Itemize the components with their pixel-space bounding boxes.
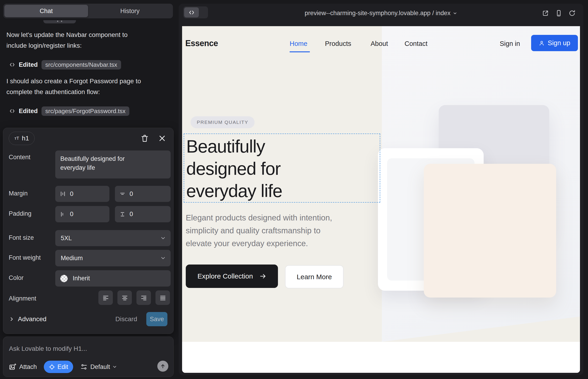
padding-label: Padding [9, 210, 31, 217]
user-icon [539, 40, 545, 46]
explore-collection-button[interactable]: Explore Collection [186, 265, 278, 288]
refresh-icon[interactable] [569, 10, 576, 17]
discard-button[interactable]: Discard [115, 316, 137, 323]
send-button[interactable] [157, 361, 168, 372]
margin-horizontal-icon [60, 191, 66, 197]
color-select[interactable]: Inherit [55, 270, 171, 286]
padding-y-input[interactable]: 0 [115, 206, 171, 222]
margin-x-input[interactable]: 0 [55, 186, 109, 202]
premium-quality-badge: PREMIUM QUALITY [191, 116, 255, 128]
hero-paragraph: Elegant products designed with intention… [186, 211, 332, 250]
site-logo[interactable]: Essence [185, 39, 218, 48]
mobile-view-icon[interactable] [555, 10, 562, 17]
selected-h1-outline[interactable]: Beautifully designed for everyday life [184, 134, 380, 203]
alignment-buttons [98, 290, 170, 305]
color-label: Color [9, 274, 24, 282]
attach-button[interactable]: Attach [19, 363, 37, 371]
content-label: Content [9, 154, 31, 161]
nav-link-home[interactable]: Home [290, 40, 307, 47]
chrome-actions [542, 10, 576, 17]
chat-message: Now let's update the Navbar component to… [6, 29, 153, 51]
sidebar-tabs: Chat History [3, 4, 173, 18]
tab-chat[interactable]: Chat [4, 5, 88, 17]
chat-composer: Ask Lovable to modify H1... Attach Edit … [3, 337, 174, 377]
edited-file-chip[interactable]: src/pages/ForgotPassword.tsx [42, 107, 130, 116]
attach-image-icon[interactable] [9, 363, 16, 371]
hero-heading-line: Beautifully [184, 135, 380, 158]
text-size-icon: тT [15, 136, 19, 141]
signup-button[interactable]: Sign up [531, 35, 578, 51]
edit-mode-button[interactable]: Edit [44, 361, 73, 373]
code-icon [9, 108, 15, 114]
nav-link-contact[interactable]: Contact [404, 40, 428, 47]
hero-heading-line: designed for [184, 158, 380, 180]
chevron-down-icon [112, 364, 117, 369]
preview-pane: preview--charming-site-symphony.lovable.… [179, 4, 583, 375]
margin-y-input[interactable]: 0 [115, 186, 171, 202]
font-size-label: Font size [9, 234, 34, 241]
chevron-down-icon [160, 255, 166, 261]
chevron-right-icon [9, 316, 15, 322]
element-editor-panel: тT h1 Content Beautifully designed for e… [3, 128, 174, 334]
padding-vertical-icon [120, 211, 125, 217]
edited-label: Edited [19, 108, 38, 115]
signin-link[interactable]: Sign in [500, 40, 520, 47]
url-bar[interactable]: preview--charming-site-symphony.lovable.… [179, 10, 583, 17]
composer-input[interactable]: Ask Lovable to modify H1... [9, 345, 87, 352]
font-weight-select[interactable]: Medium [55, 250, 171, 266]
font-size-select[interactable]: 5XL [55, 230, 171, 246]
mode-select[interactable]: Default [90, 363, 110, 371]
arrow-right-icon [259, 273, 266, 280]
align-center-button[interactable] [117, 290, 132, 305]
tab-history[interactable]: History [88, 5, 172, 17]
edited-label: Edited [19, 61, 38, 68]
scrolled-chat-badge [43, 20, 76, 23]
save-button[interactable]: Save [146, 312, 167, 326]
padding-x-input[interactable]: 0 [55, 206, 109, 222]
nav-link-about[interactable]: About [371, 40, 388, 47]
hero-heading-line: everyday life [184, 180, 380, 202]
sliders-icon [80, 363, 87, 370]
selected-element-pill[interactable]: тT h1 [9, 132, 35, 145]
padding-horizontal-icon [60, 211, 66, 217]
advanced-toggle[interactable]: Advanced [18, 316, 46, 323]
close-panel-button[interactable] [158, 134, 166, 142]
alignment-label: Alignment [9, 295, 36, 302]
learn-more-button[interactable]: Learn More [285, 265, 343, 288]
chat-message: I should also create a Forgot Password p… [6, 76, 153, 97]
chevron-down-icon [160, 235, 166, 241]
edited-file-chip[interactable]: src/components/Navbar.tsx [42, 60, 121, 69]
target-icon [49, 364, 55, 370]
font-weight-label: Font weight [9, 254, 41, 261]
active-nav-underline [290, 51, 310, 52]
composer-toolbar: Attach Edit Default [9, 361, 117, 373]
align-left-button[interactable] [98, 290, 113, 305]
code-icon [9, 62, 15, 68]
edited-file-row: Edited src/pages/ForgotPassword.tsx [9, 106, 129, 116]
margin-vertical-icon [120, 191, 125, 197]
open-external-icon[interactable] [542, 10, 549, 17]
margin-label: Margin [9, 190, 28, 197]
color-swatch [60, 275, 68, 282]
chat-sidebar: Chat History Now let's update the Navbar… [0, 0, 179, 379]
decorative-card-cream [424, 164, 556, 298]
section-below-hero [182, 342, 580, 373]
element-tag: h1 [22, 135, 29, 142]
app-window: Chat History Now let's update the Navbar… [0, 0, 588, 379]
align-right-button[interactable] [137, 290, 151, 305]
panel-footer: Advanced Discard Save [9, 312, 167, 327]
nav-link-products[interactable]: Products [325, 40, 351, 47]
site-content: Essence Home Products About Contact Sign… [182, 26, 580, 373]
align-justify-button[interactable] [155, 290, 170, 305]
edited-file-row: Edited src/components/Navbar.tsx [9, 60, 121, 70]
delete-element-button[interactable] [140, 134, 149, 143]
chevron-down-icon [453, 11, 457, 16]
content-textarea[interactable]: Beautifully designed for everyday life [55, 151, 171, 178]
